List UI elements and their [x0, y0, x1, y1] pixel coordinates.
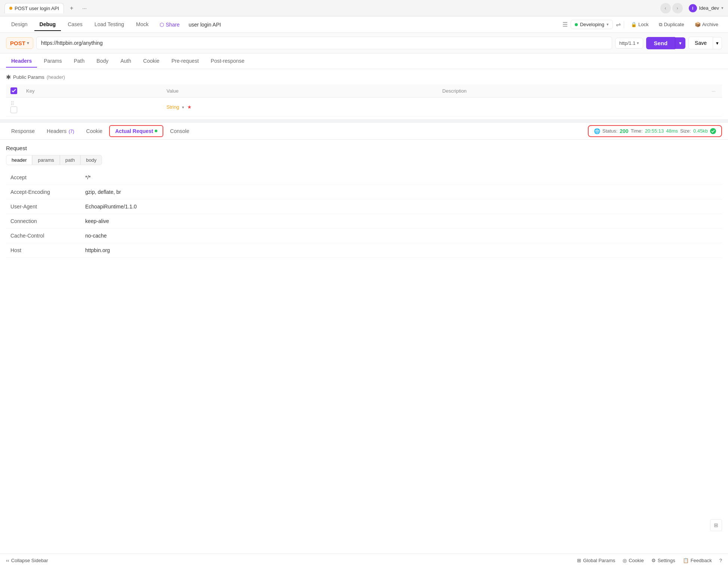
tab-load-testing[interactable]: Load Testing	[89, 18, 129, 31]
status-dot	[575, 23, 578, 26]
row-key: Accept	[6, 170, 81, 185]
response-tab-cookie[interactable]: Cookie	[81, 125, 108, 137]
settings-button[interactable]: ⚙ Settings	[651, 558, 675, 563]
share-button[interactable]: ⬡ Share	[155, 19, 184, 30]
method-select[interactable]: POST ▾	[6, 37, 33, 49]
status-text-label: Status:	[602, 128, 617, 134]
row-value: gzip, deflate, br	[81, 185, 722, 199]
content-scroll[interactable]: Request header params path body Accept *…	[0, 140, 728, 554]
row-value: no-cache	[81, 229, 722, 243]
param-tab-headers[interactable]: Headers	[6, 55, 37, 68]
col-description: Description	[438, 84, 707, 97]
share-icon: ⬡	[160, 22, 164, 28]
help-button[interactable]: ?	[719, 558, 722, 563]
headers-count-badge: (7)	[69, 129, 74, 134]
row-key: User-Agent	[6, 199, 81, 214]
section-divider	[0, 120, 728, 123]
row-description-cell[interactable]	[438, 97, 707, 117]
expand-icon: ✱	[6, 74, 11, 81]
drag-handle-icon[interactable]: ⠿	[10, 100, 14, 106]
row-type-cell[interactable]: String ▾ ★	[162, 97, 438, 117]
response-tab-actual-request[interactable]: Actual Request	[109, 125, 163, 137]
save-button[interactable]: Save	[688, 37, 713, 49]
response-tab-response[interactable]: Response	[6, 125, 40, 137]
param-tab-pre-request[interactable]: Pre-request	[166, 55, 204, 68]
param-tab-cookie[interactable]: Cookie	[138, 55, 165, 68]
row-key: Accept-Encoding	[6, 185, 81, 199]
table-more-icon[interactable]: ···	[712, 88, 716, 94]
help-icon: ?	[719, 558, 722, 563]
sub-tab-path[interactable]: path	[60, 155, 80, 165]
header-checkbox[interactable]	[10, 87, 17, 94]
row-key: Host	[6, 243, 81, 258]
response-tab-console[interactable]: Console	[165, 125, 194, 137]
app-tabs-bar: Design Debug Cases Load Testing Mock ⬡ S…	[0, 16, 728, 33]
size-text-label: Size:	[680, 128, 691, 134]
param-tab-body[interactable]: Body	[91, 55, 114, 68]
expand-icon: ⊞	[714, 522, 718, 528]
avatar: I	[689, 4, 697, 12]
bottom-bar: ‹‹ Collapse Sidebar ⊞ Global Params ◎ Co…	[0, 554, 728, 567]
save-dropdown-button[interactable]: ▾	[713, 37, 722, 49]
response-status-area: 🌐 Status: 200 Time: 20:55:13 48ms Size: …	[588, 125, 722, 137]
global-params-button[interactable]: ⊞ Global Params	[577, 558, 615, 563]
duplicate-icon: ⧉	[659, 22, 662, 28]
collapse-sidebar-button[interactable]: ‹‹ Collapse Sidebar	[6, 558, 48, 563]
param-tab-path[interactable]: Path	[69, 55, 90, 68]
row-checkbox[interactable]	[10, 106, 17, 113]
equalizer-icon[interactable]: ⇌	[616, 21, 621, 28]
app-tab-actions: ☰ Developing ▾ ⇌ 🔒 Lock ⧉ Duplicate 📦 Ar…	[562, 20, 722, 29]
list-icon[interactable]: ☰	[562, 21, 568, 28]
tab-more-button[interactable]: ···	[79, 4, 90, 13]
archive-icon: 📦	[695, 22, 701, 27]
chevron-left-icon: ‹‹	[6, 558, 9, 563]
tab-design[interactable]: Design	[6, 18, 33, 31]
expand-button[interactable]: ⊞	[710, 519, 722, 531]
protocol-select[interactable]: http/1.1 ▾	[615, 38, 643, 49]
tab-status-dot	[9, 7, 12, 10]
status-badge[interactable]: Developing ▾	[571, 20, 613, 29]
data-table: Accept */* Accept-Encoding gzip, deflate…	[6, 170, 722, 258]
sub-tab-params[interactable]: params	[32, 155, 59, 165]
api-title: user login API	[189, 22, 221, 28]
url-input[interactable]	[36, 37, 612, 49]
response-tab-headers[interactable]: Headers (7)	[41, 125, 79, 137]
size-value: 0.45kb	[693, 128, 708, 134]
archive-button[interactable]: 📦 Archive	[691, 20, 722, 29]
cookie-button[interactable]: ◎ Cookie	[623, 558, 644, 563]
sub-tabs: header params path body	[6, 155, 722, 165]
param-tab-auth[interactable]: Auth	[115, 55, 136, 68]
actual-request-dot	[155, 130, 157, 132]
cookie-icon: ◎	[623, 558, 627, 563]
nav-back-button[interactable]: ‹	[660, 3, 671, 13]
send-button[interactable]: Send	[646, 37, 675, 49]
profile-name: Idea_dev	[699, 5, 719, 11]
param-tabs-bar: Headers Params Path Body Auth Cookie Pre…	[0, 53, 728, 69]
save-button-group: Save ▾	[688, 37, 722, 49]
lock-button[interactable]: 🔒 Lock	[627, 20, 652, 29]
table-row: Accept-Encoding gzip, deflate, br	[6, 185, 722, 199]
separator	[624, 21, 624, 28]
tab-cases[interactable]: Cases	[62, 18, 88, 31]
row-key: Cache-Control	[6, 229, 81, 243]
row-value: keep-alive	[81, 214, 722, 229]
profile-area[interactable]: I Idea_dev ▾	[689, 4, 724, 12]
duplicate-button[interactable]: ⧉ Duplicate	[655, 20, 688, 29]
row-key-cell[interactable]	[22, 97, 162, 117]
browser-tab[interactable]: POST user login API	[4, 3, 64, 13]
param-tab-post-response[interactable]: Post-response	[206, 55, 250, 68]
method-label: POST	[10, 40, 25, 46]
sub-tab-body[interactable]: body	[80, 155, 102, 165]
tab-mock[interactable]: Mock	[131, 18, 154, 31]
tab-debug[interactable]: Debug	[34, 18, 61, 31]
table-row: ⠿ String ▾ ★	[6, 97, 722, 117]
feedback-button[interactable]: 📋 Feedback	[683, 558, 712, 563]
send-dropdown-button[interactable]: ▾	[675, 37, 685, 49]
status-ok-icon	[710, 128, 716, 134]
nav-forward-button[interactable]: ›	[672, 3, 683, 13]
param-tab-params[interactable]: Params	[38, 55, 67, 68]
lock-icon: 🔒	[631, 22, 637, 27]
new-tab-button[interactable]: +	[67, 3, 76, 13]
sub-tab-header[interactable]: header	[6, 155, 32, 165]
browser-tab-title: POST user login API	[15, 6, 59, 11]
